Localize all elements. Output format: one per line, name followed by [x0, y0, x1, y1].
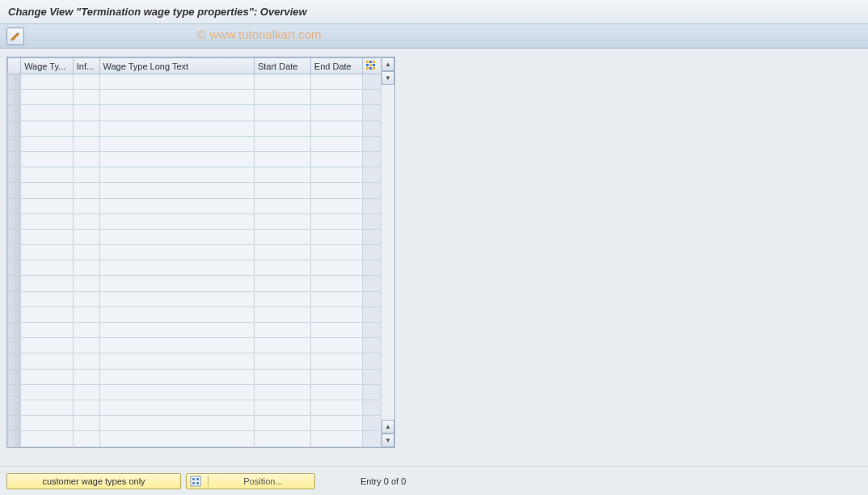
cell[interactable] — [254, 276, 310, 291]
cell[interactable] — [21, 229, 74, 244]
cell[interactable] — [73, 384, 99, 400]
cell[interactable] — [254, 167, 310, 183]
cell[interactable] — [21, 121, 74, 136]
cell[interactable] — [254, 431, 310, 446]
edit-button[interactable] — [6, 28, 24, 45]
cell[interactable] — [73, 400, 99, 415]
cell[interactable] — [310, 323, 363, 338]
row-selector[interactable] — [8, 151, 21, 167]
row-selector[interactable] — [8, 307, 21, 322]
cell[interactable] — [310, 121, 363, 136]
cell[interactable] — [99, 276, 254, 291]
cell[interactable] — [254, 369, 310, 384]
cell[interactable] — [310, 276, 363, 291]
row-selector[interactable] — [8, 353, 21, 369]
cell[interactable] — [254, 121, 310, 136]
cell[interactable] — [99, 400, 254, 415]
cell[interactable] — [73, 183, 99, 198]
cell[interactable] — [310, 416, 363, 431]
col-wage-type[interactable]: Wage Ty... — [21, 58, 74, 74]
scroll-down-button[interactable]: ▼ — [381, 434, 394, 447]
cell[interactable] — [21, 307, 74, 322]
row-selector[interactable] — [8, 198, 21, 214]
cell[interactable] — [73, 307, 99, 322]
cell[interactable] — [254, 74, 310, 90]
cell[interactable] — [310, 384, 363, 400]
cell[interactable] — [73, 353, 99, 369]
cell[interactable] — [99, 136, 254, 151]
vertical-scrollbar[interactable]: ▲ ▼ ▲ ▼ — [381, 57, 394, 447]
cell[interactable] — [254, 291, 310, 307]
cell[interactable] — [310, 136, 363, 151]
cell[interactable] — [21, 276, 74, 291]
row-selector[interactable] — [8, 183, 21, 198]
cell[interactable] — [310, 353, 363, 369]
cell[interactable] — [99, 198, 254, 214]
cell[interactable] — [21, 105, 74, 121]
row-selector[interactable] — [8, 121, 21, 136]
cell[interactable] — [21, 323, 74, 338]
cell[interactable] — [21, 416, 74, 431]
cell[interactable] — [254, 416, 310, 431]
cell[interactable] — [254, 90, 310, 105]
cell[interactable] — [310, 245, 363, 260]
cell[interactable] — [99, 323, 254, 338]
cell[interactable] — [254, 198, 310, 214]
cell[interactable] — [21, 353, 74, 369]
row-selector[interactable] — [8, 338, 21, 353]
cell[interactable] — [99, 291, 254, 307]
customer-wage-types-button[interactable]: customer wage types only — [6, 473, 181, 489]
cell[interactable] — [21, 400, 74, 415]
cell[interactable] — [310, 90, 363, 105]
cell[interactable] — [73, 291, 99, 307]
cell[interactable] — [73, 245, 99, 260]
cell[interactable] — [21, 245, 74, 260]
cell[interactable] — [310, 338, 363, 353]
row-selector[interactable] — [8, 416, 21, 431]
cell[interactable] — [254, 151, 310, 167]
row-selector[interactable] — [8, 400, 21, 415]
col-end-date[interactable]: End Date — [310, 58, 363, 74]
cell[interactable] — [310, 214, 363, 229]
cell[interactable] — [21, 167, 74, 183]
row-selector[interactable] — [8, 167, 21, 183]
cell[interactable] — [73, 323, 99, 338]
cell[interactable] — [99, 214, 254, 229]
cell[interactable] — [73, 105, 99, 121]
cell[interactable] — [73, 90, 99, 105]
row-selector[interactable] — [8, 431, 21, 446]
scroll-track[interactable] — [381, 85, 394, 420]
scroll-up-step[interactable]: ▼ — [381, 71, 394, 85]
cell[interactable] — [73, 121, 99, 136]
cell[interactable] — [73, 369, 99, 384]
cell[interactable] — [254, 229, 310, 244]
col-config[interactable] — [363, 58, 381, 74]
row-selector[interactable] — [8, 229, 21, 244]
cell[interactable] — [310, 431, 363, 446]
cell[interactable] — [99, 416, 254, 431]
cell[interactable] — [310, 74, 363, 90]
cell[interactable] — [310, 151, 363, 167]
cell[interactable] — [99, 384, 254, 400]
col-long-text[interactable]: Wage Type Long Text — [99, 58, 254, 74]
cell[interactable] — [73, 214, 99, 229]
cell[interactable] — [73, 198, 99, 214]
cell[interactable] — [21, 136, 74, 151]
cell[interactable] — [73, 338, 99, 353]
row-selector[interactable] — [8, 384, 21, 400]
cell[interactable] — [21, 260, 74, 276]
cell[interactable] — [310, 307, 363, 322]
cell[interactable] — [21, 74, 74, 90]
cell[interactable] — [21, 90, 74, 105]
cell[interactable] — [310, 260, 363, 276]
cell[interactable] — [21, 151, 74, 167]
cell[interactable] — [21, 338, 74, 353]
row-selector[interactable] — [8, 214, 21, 229]
row-selector[interactable] — [8, 90, 21, 105]
cell[interactable] — [254, 323, 310, 338]
row-selector[interactable] — [8, 260, 21, 276]
row-selector[interactable] — [8, 74, 21, 90]
cell[interactable] — [99, 229, 254, 244]
cell[interactable] — [99, 369, 254, 384]
row-selector[interactable] — [8, 369, 21, 384]
